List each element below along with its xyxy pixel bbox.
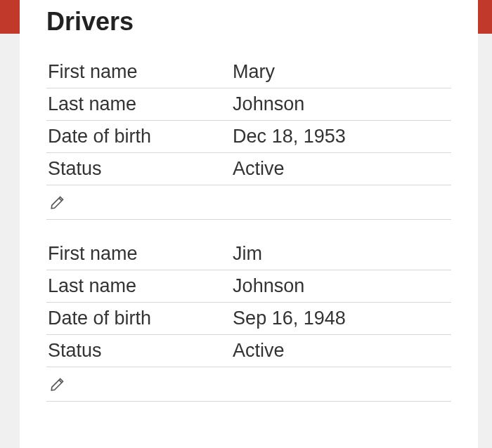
driver-block: First name Mary Last name Johnson Date o… xyxy=(46,56,451,220)
row-dob: Date of birth Sep 16, 1948 xyxy=(46,303,451,335)
drivers-card: Drivers First name Mary Last name Johnso… xyxy=(20,0,478,448)
row-edit xyxy=(46,367,451,402)
label-status: Status xyxy=(48,158,233,180)
edit-driver-button[interactable] xyxy=(48,191,69,212)
value-status: Active xyxy=(233,340,450,362)
value-last-name: Johnson xyxy=(233,275,450,297)
label-dob: Date of birth xyxy=(48,308,233,329)
row-last-name: Last name Johnson xyxy=(46,88,451,121)
label-last-name: Last name xyxy=(48,93,233,115)
value-dob: Sep 16, 1948 xyxy=(233,308,450,329)
pencil-icon xyxy=(49,192,67,211)
header-bar-right xyxy=(478,0,492,34)
page-title: Drivers xyxy=(46,7,451,37)
row-last-name: Last name Johnson xyxy=(46,270,451,303)
driver-block: First name Jim Last name Johnson Date of… xyxy=(46,238,451,402)
row-edit xyxy=(46,185,451,220)
row-first-name: First name Jim xyxy=(46,238,451,270)
pencil-icon xyxy=(49,374,67,393)
value-first-name: Mary xyxy=(233,61,450,83)
label-first-name: First name xyxy=(48,61,233,83)
label-status: Status xyxy=(48,340,233,362)
row-status: Status Active xyxy=(46,335,451,367)
value-last-name: Johnson xyxy=(233,93,450,115)
row-first-name: First name Mary xyxy=(46,56,451,88)
edit-driver-button[interactable] xyxy=(48,373,69,394)
label-first-name: First name xyxy=(48,243,233,265)
row-dob: Date of birth Dec 18, 1953 xyxy=(46,121,451,153)
header-bar-left xyxy=(0,0,20,34)
label-last-name: Last name xyxy=(48,275,233,297)
row-status: Status Active xyxy=(46,153,451,185)
label-dob: Date of birth xyxy=(48,126,233,147)
value-status: Active xyxy=(233,158,450,180)
value-first-name: Jim xyxy=(233,243,450,265)
value-dob: Dec 18, 1953 xyxy=(233,126,450,147)
